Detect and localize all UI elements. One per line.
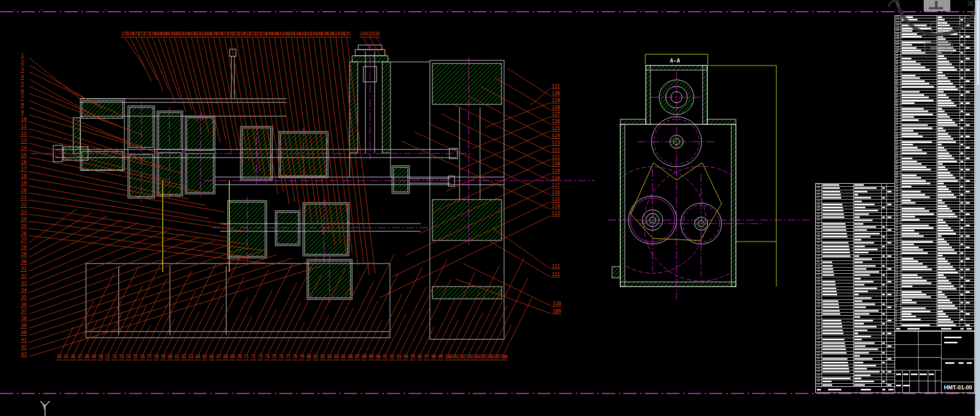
- parts-list-right: 1121111101091081071061051041031021011009…: [895, 15, 975, 326]
- centerlines-end-view: [608, 72, 810, 299]
- chevron-down-icon: ▾: [945, 46, 947, 50]
- scrollbar-corner[interactable]: [975, 410, 980, 416]
- end-view-housing: [612, 65, 736, 287]
- left-section-view: [53, 45, 504, 339]
- cad-viewport[interactable]: A-A Y 1234567891011121314151617181920212…: [0, 0, 980, 416]
- parts-list-left-header: [815, 386, 896, 393]
- steering-wheel-icon[interactable]: [930, 21, 943, 33]
- ucs-icon: Y: [40, 401, 50, 416]
- viewcube-rotate-icon[interactable]: [968, 1, 973, 6]
- parts-list-left: 1751741731721711701691681671661651641631…: [815, 183, 896, 387]
- wcs-selector[interactable]: WCS ▾: [924, 42, 953, 54]
- wcs-label: WCS: [930, 45, 944, 51]
- parts-list-right-header: [895, 326, 975, 331]
- vertical-scrollbar[interactable]: [975, 0, 980, 416]
- drawing-number: HMT-01-00: [942, 383, 974, 392]
- end-view: A-A: [599, 54, 810, 299]
- ucs-y-label: Y: [42, 404, 47, 411]
- scrollbar-thumb[interactable]: [976, 0, 980, 86]
- title-block: HMT-01-00: [895, 331, 975, 393]
- section-label: A-A: [670, 57, 680, 64]
